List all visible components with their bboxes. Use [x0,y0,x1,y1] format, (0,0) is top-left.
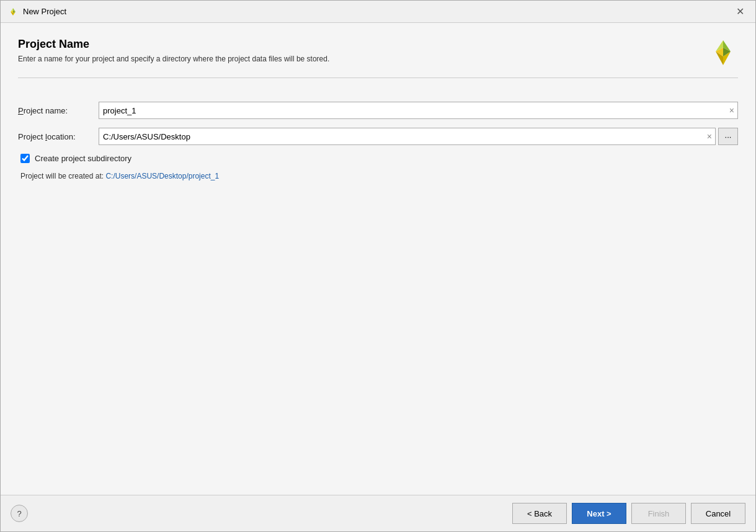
project-location-input-wrapper: × [99,128,716,145]
footer-buttons: < Back Next > Finish Cancel [512,503,745,524]
project-will-be-created-text: Project will be created at: [20,172,104,180]
help-button[interactable]: ? [11,505,28,522]
project-name-input-wrapper: × [99,102,738,119]
title-bar-left: New Project [8,7,66,17]
project-name-label: Project name: [18,106,99,115]
app-icon [8,7,18,17]
cancel-button[interactable]: Cancel [691,503,745,524]
logo-pinwheel-icon [708,38,738,68]
create-subdir-row: Create project subdirectory [20,154,738,163]
create-subdir-label[interactable]: Create project subdirectory [35,154,131,163]
footer: ? < Back Next > Finish Cancel [1,495,755,531]
project-location-label: Project location: [18,132,99,141]
back-button[interactable]: < Back [512,503,567,524]
browse-button[interactable]: ··· [718,128,738,145]
main-content: Project Name Enter a name for your proje… [1,23,755,495]
create-subdir-checkbox[interactable] [20,154,30,163]
project-name-input[interactable] [99,102,738,119]
header-section: Project Name Enter a name for your proje… [18,38,738,78]
project-location-clear-button[interactable]: × [705,131,714,142]
next-button[interactable]: Next > [572,503,626,524]
project-location-input[interactable] [99,128,716,145]
close-button[interactable]: ✕ [732,6,748,18]
project-name-row: Project name: × [18,102,738,119]
project-path-info: Project will be created at: C:/Users/ASU… [20,172,738,180]
finish-button[interactable]: Finish [631,503,686,524]
page-title: Project Name [18,38,329,51]
form-area: Project name: × Project location: × ··· [18,102,738,180]
new-project-dialog: New Project ✕ Project Name Enter a name … [0,0,756,532]
dialog-title: New Project [23,7,66,16]
footer-left: ? [11,505,28,522]
page-description: Enter a name for your project and specif… [18,55,329,63]
project-name-clear-button[interactable]: × [727,105,737,116]
project-location-row: Project location: × ··· [18,128,738,145]
title-bar: New Project ✕ [1,1,755,23]
header-text: Project Name Enter a name for your proje… [18,38,329,63]
project-full-path-link[interactable]: C:/Users/ASUS/Desktop/project_1 [105,172,219,180]
